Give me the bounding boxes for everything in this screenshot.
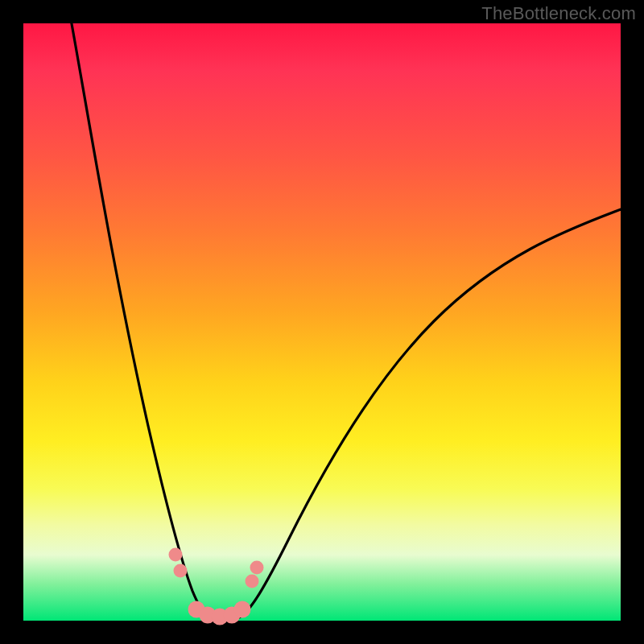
marker-dot — [234, 601, 251, 618]
curve-left-branch — [71, 19, 210, 617]
curve-right-branch — [239, 208, 623, 617]
plot-area — [23, 23, 621, 621]
chart-svg — [23, 23, 621, 621]
marker-dot — [174, 564, 188, 578]
marker-dot — [250, 561, 264, 575]
chart-frame: TheBottleneck.com — [0, 0, 644, 644]
marker-dot — [169, 548, 183, 562]
marker-dot — [246, 575, 259, 588]
watermark-text: TheBottleneck.com — [481, 3, 636, 24]
